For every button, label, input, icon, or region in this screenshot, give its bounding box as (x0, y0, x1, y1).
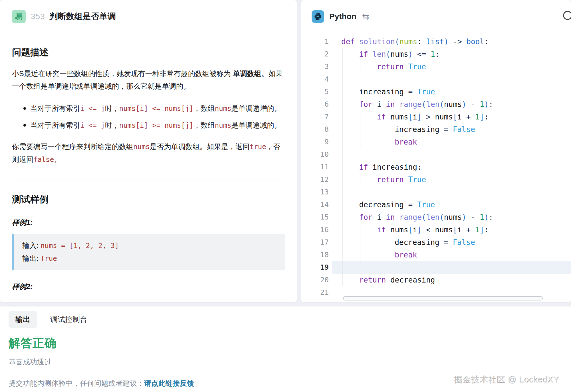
sample1-output-code: True (41, 255, 57, 263)
code-line[interactable]: 2if len(nums) <= 1: (301, 48, 571, 60)
text-run: ，数组 (193, 104, 215, 112)
code-line[interactable]: 11if increasing: (301, 161, 571, 173)
indent-guide (378, 136, 378, 148)
code-text: break (301, 136, 571, 148)
indent-guide (342, 148, 343, 161)
indent-guide (342, 48, 343, 60)
inline-code: nums (215, 105, 231, 113)
indent-guide (342, 186, 343, 198)
line-number: 12 (301, 173, 329, 186)
indent-guide (378, 249, 378, 261)
line-number: 21 (301, 286, 329, 299)
feedback-link[interactable]: 请点此链接反馈 (144, 379, 194, 387)
sample1-label: 样例1: (12, 218, 285, 227)
text-run: 时， (105, 121, 119, 129)
code-text: break (301, 249, 571, 261)
code-line[interactable]: 8increasing = False (301, 123, 571, 136)
editor-panel: Python ⇆ 1def solution(nums: list) -> bo… (301, 0, 571, 302)
indent-guide (360, 136, 360, 148)
indent-guide (342, 274, 343, 286)
indent-guide (360, 249, 360, 261)
indent-guide (342, 136, 343, 148)
section-title-samples: 测试样例 (12, 193, 285, 206)
line-number: 6 (301, 98, 329, 111)
indent-guide (342, 261, 343, 274)
code-line[interactable]: 18break (301, 249, 571, 261)
inline-code: nums[i] >= nums[j] (119, 121, 193, 129)
editor-header: Python ⇆ (301, 0, 571, 33)
indent-guide (342, 236, 343, 249)
language-label[interactable]: Python (329, 12, 356, 21)
indent-guide (360, 111, 360, 123)
code-line[interactable]: 15for i in range(len(nums) - 1): (301, 211, 571, 224)
text-run: 是单调递增的。 (231, 104, 281, 112)
line-number: 17 (301, 236, 329, 249)
output-label: 输出: (22, 254, 39, 262)
line-number: 4 (301, 73, 329, 86)
inline-code: nums[i] <= nums[j] (119, 105, 193, 113)
code-text: if nums[i] < nums[i + 1]: (301, 224, 571, 236)
code-line[interactable]: 13 (301, 186, 571, 198)
problem-panel: 易 353 判断数组是否单调 问题描述 小S最近在研究一些数组的性质，她发现有一… (0, 0, 297, 302)
refresh-icon[interactable] (562, 10, 571, 22)
code-text: increasing = False (301, 123, 571, 136)
code-text: return decreasing (301, 274, 571, 286)
code-line[interactable]: 19 (301, 261, 571, 274)
sample1-input-code: nums = [1, 2, 2, 3] (41, 242, 119, 250)
text-run: 是否为单调数组。如果是，返回 (150, 143, 250, 151)
bullet-increasing: 当对于所有索引i <= j时，nums[i] <= nums[j]，数组nums… (12, 102, 285, 115)
inline-code: false (33, 156, 54, 164)
code-text: for i in range(len(nums) - 1): (301, 211, 571, 224)
code-text: return True (301, 60, 571, 73)
watermark: 掘金技术社区 @ LockedXY (454, 374, 560, 386)
output-panel: 输出 调试控制台 解答正确 恭喜成功通过 提交功能内测体验中，任何问题或者建议：… (0, 306, 571, 392)
code-line[interactable]: 3return True (301, 60, 571, 73)
indent-guide (342, 86, 343, 98)
horizontal-scrollbar[interactable] (343, 296, 543, 300)
indent-guide (360, 236, 360, 249)
code-line[interactable]: 12return True (301, 173, 571, 186)
sample1-block: 输入: nums = [1, 2, 2, 3] 输出: True (12, 234, 285, 270)
indent-guide (360, 224, 360, 236)
code-line[interactable]: 4 (301, 73, 571, 86)
indent-guide (378, 123, 378, 136)
code-editor[interactable]: 1def solution(nums: list) -> bool:2if le… (301, 33, 571, 302)
sample1-output-line: 输出: True (22, 252, 277, 265)
code-line[interactable]: 10 (301, 148, 571, 161)
code-text: increasing = True (301, 86, 571, 98)
line-number: 5 (301, 86, 329, 98)
tab-debug-console[interactable]: 调试控制台 (43, 311, 94, 328)
line-number: 8 (301, 123, 329, 136)
line-number: 7 (301, 111, 329, 123)
tab-output[interactable]: 输出 (9, 311, 37, 328)
indent-guide (342, 98, 343, 111)
text-run: ，数组 (193, 121, 215, 129)
line-number: 9 (301, 136, 329, 148)
line-number: 13 (301, 186, 329, 198)
sample2-label: 样例2: (12, 282, 285, 291)
python-icon (312, 10, 324, 23)
indent-guide (360, 60, 360, 73)
indent-guide (342, 161, 343, 173)
line-number: 18 (301, 249, 329, 261)
code-line[interactable]: 20return decreasing (301, 274, 571, 286)
code-line[interactable]: 7if nums[i] > nums[i + 1]: (301, 111, 571, 123)
line-number: 1 (301, 35, 329, 48)
code-line[interactable]: 14decreasing = True (301, 198, 571, 211)
code-line[interactable]: 9break (301, 136, 571, 148)
verdict-text: 解答正确 (9, 335, 571, 351)
code-line[interactable]: 5increasing = True (301, 86, 571, 98)
line-number: 15 (301, 211, 329, 224)
code-line[interactable]: 17decreasing = False (301, 236, 571, 249)
indent-guide (342, 224, 343, 236)
section-divider (12, 180, 285, 180)
code-text: def solution(nums: list) -> bool: (301, 35, 571, 48)
code-line[interactable]: 6for i in range(len(nums) - 1): (301, 98, 571, 111)
text-run: 是单调递减的。 (231, 121, 281, 129)
code-line[interactable]: 1def solution(nums: list) -> bool: (301, 35, 571, 48)
code-line[interactable]: 16if nums[i] < nums[i + 1]: (301, 224, 571, 236)
swap-language-icon[interactable]: ⇆ (362, 12, 369, 21)
difficulty-badge: 易 (12, 10, 26, 23)
description-bullet-list: 当对于所有索引i <= j时，nums[i] <= nums[j]，数组nums… (12, 102, 285, 132)
inline-code: nums (133, 143, 150, 151)
